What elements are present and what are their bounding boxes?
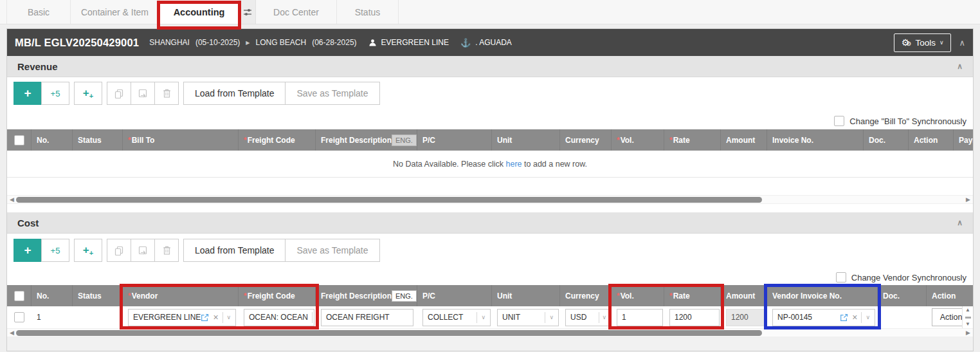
scroll-right-icon[interactable]: ▶ — [966, 329, 970, 336]
collapse-header-icon[interactable]: ∧ — [959, 38, 965, 48]
row-no: 1 — [37, 313, 41, 322]
external-link-icon[interactable] — [840, 313, 848, 322]
revenue-table-header: No. Status Bill To Freight Code Freight … — [7, 129, 973, 151]
select-all-checkbox[interactable] — [14, 135, 24, 145]
chevron-down-icon[interactable]: ∨ — [227, 314, 231, 320]
col-freight-code: Freight Code — [244, 292, 295, 301]
col-vendor: Vendor — [128, 292, 158, 301]
tab-accounting[interactable]: Accounting — [159, 0, 239, 24]
vendor-sync-checkbox[interactable] — [836, 272, 846, 283]
col-freight-description: Freight Description — [321, 136, 392, 145]
paste-button[interactable] — [131, 82, 155, 105]
vendor-invoice-field[interactable]: NP-00145 × ∨ — [772, 309, 875, 326]
destination-date: (06-28-2025) — [312, 38, 356, 47]
col-action: Action — [932, 292, 956, 301]
cost-toolbar: + +5 ++ Load from Template Save as Temp — [14, 239, 385, 262]
col-pc: P/C — [422, 292, 435, 301]
save-as-template-button[interactable]: Save as Template — [285, 239, 379, 262]
vendor-field[interactable]: EVERGREEN LINE × ∨ — [128, 309, 236, 326]
scroll-right-icon[interactable]: ▶ — [966, 196, 970, 203]
cost-vscroll-thumb[interactable] — [965, 317, 971, 319]
row-checkbox[interactable] — [14, 312, 24, 322]
col-rate: Rate — [669, 136, 690, 145]
vendor-sync-label: Change Vendor Synchronously — [851, 273, 966, 283]
accounting-page: Basic Container & Item Accounting Doc Ce… — [0, 0, 980, 352]
paste-button[interactable] — [131, 239, 155, 262]
cost-hscroll-thumb[interactable] — [16, 330, 762, 336]
mbl-number: MB/L EGLV20250429001 — [15, 37, 139, 49]
anchor-icon: ⚓ — [460, 38, 471, 48]
col-currency: Currency — [565, 292, 599, 301]
freight-code-select[interactable]: OCEAN: OCEAN ∨ — [244, 309, 314, 326]
route-arrow-icon: ▶ — [246, 40, 250, 46]
tab-basic[interactable]: Basic — [6, 0, 71, 24]
tools-button[interactable]: ⚙⚙ Tools ∨ — [894, 33, 952, 52]
copy-button[interactable] — [107, 239, 131, 262]
col-bill-to: Bill To — [128, 136, 154, 145]
freight-description-input[interactable]: OCEAN FREIGHT — [321, 309, 413, 326]
collapse-revenue-icon[interactable]: ∧ — [957, 62, 963, 71]
tab-container-item[interactable]: Container & Item — [71, 0, 159, 24]
col-action: Action — [914, 136, 938, 145]
pc-select[interactable]: COLLECT ∨ — [422, 309, 491, 326]
revenue-section-header: Revenue ∧ — [7, 56, 973, 77]
scroll-left-icon[interactable]: ◀ — [10, 196, 14, 203]
revenue-title: Revenue — [17, 61, 58, 72]
delete-button[interactable] — [154, 82, 179, 105]
person-icon — [368, 39, 377, 47]
tab-doc-center[interactable]: Doc Center — [256, 0, 337, 24]
add-multiple-button[interactable]: ++ — [74, 239, 102, 262]
add-row-button[interactable]: + — [14, 239, 42, 262]
chevron-down-icon[interactable]: ∨ — [866, 314, 870, 320]
external-link-icon[interactable] — [201, 313, 209, 322]
rate-input[interactable]: 1200 — [669, 309, 720, 326]
tab-sliders-button[interactable] — [239, 0, 256, 24]
add-five-rows-button[interactable]: +5 — [41, 82, 69, 105]
copy-icon — [114, 88, 124, 99]
select-all-checkbox[interactable] — [14, 291, 24, 301]
col-amount: Amount — [726, 136, 755, 145]
col-rate: Rate — [669, 292, 690, 301]
add-multiple-button[interactable]: ++ — [74, 82, 102, 105]
origin-port: SHANGHAI — [149, 38, 190, 47]
col-no: No. — [37, 136, 49, 145]
save-as-template-button[interactable]: Save as Template — [285, 82, 379, 105]
bill-to-sync-checkbox[interactable] — [834, 116, 844, 126]
vessel-info: ⚓ . AGUADA — [460, 38, 512, 48]
paste-icon — [138, 245, 148, 256]
load-from-template-button[interactable]: Load from Template — [183, 82, 286, 105]
revenue-toolbar: + +5 ++ Load from Template Save as Temp — [14, 82, 385, 105]
copy-button[interactable] — [107, 82, 131, 105]
scroll-left-icon[interactable]: ◀ — [10, 329, 14, 336]
col-payment: Payment — [959, 136, 973, 145]
language-toggle-button[interactable]: ENG. — [392, 134, 417, 146]
unit-select[interactable]: UNIT ∨ — [497, 309, 559, 326]
language-toggle-button[interactable]: ENG. — [392, 290, 417, 302]
tab-status[interactable]: Status — [337, 0, 399, 24]
currency-select[interactable]: USD ∨ — [565, 309, 612, 326]
add-five-rows-button[interactable]: +5 — [41, 239, 69, 262]
col-invoice-no: Invoice No. — [772, 136, 813, 145]
panel-footer — [7, 337, 973, 351]
vol-input[interactable]: 1 — [617, 309, 663, 326]
row-status — [73, 306, 123, 328]
col-pc: P/C — [422, 136, 435, 145]
clear-icon[interactable]: × — [852, 313, 857, 322]
add-row-button[interactable]: + — [14, 82, 42, 105]
route-info: SHANGHAI (05-10-2025) ▶ LONG BEACH (06-2… — [149, 38, 356, 47]
scroll-down-icon[interactable]: ▼ — [965, 322, 970, 327]
amount-readonly: 1200 — [726, 309, 767, 326]
collapse-cost-icon[interactable]: ∧ — [957, 218, 963, 227]
scroll-up-icon[interactable]: ▲ — [965, 308, 970, 313]
col-doc: Doc. — [869, 136, 885, 145]
add-row-link[interactable]: here — [506, 160, 522, 169]
bill-to-sync-label: Change "Bill To" Synchronously — [849, 116, 966, 126]
clear-icon[interactable]: × — [213, 313, 218, 322]
chevron-down-icon: ∨ — [939, 39, 944, 46]
load-from-template-button[interactable]: Load from Template — [183, 239, 286, 262]
cost-title: Cost — [17, 218, 39, 228]
tab-bar: Basic Container & Item Accounting Doc Ce… — [0, 0, 980, 24]
revenue-hscroll-thumb[interactable] — [16, 197, 762, 203]
col-vol: Vol. — [617, 136, 634, 145]
delete-button[interactable] — [154, 239, 179, 262]
